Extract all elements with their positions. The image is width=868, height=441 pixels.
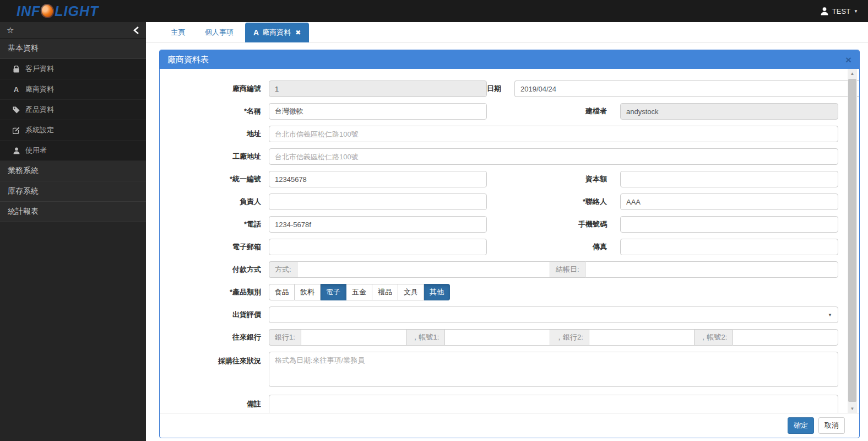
tag-icon [12,106,20,114]
factory-address-label: 工廠地址 [167,152,269,162]
sidebar-header: ☆ [0,22,146,39]
name-label: *名稱 [167,106,269,116]
sidebar-submenu: 客戶資料 A 廠商資料 產品資料 系統設定 使用者 [0,59,146,161]
chevron-down-icon: ▼ [828,313,832,318]
vendor-id-label: 廠商編號 [167,84,269,94]
tab-vendor-active[interactable]: A 廠商資料 ✖ [245,23,309,42]
creator-label: 建檔者 [585,106,620,116]
sidebar-collapse-icon[interactable] [133,26,139,34]
tab-label: 個人事項 [205,28,234,37]
mobile-field[interactable] [620,216,838,233]
scrollbar-thumb[interactable] [848,79,856,402]
sidebar-item-customer[interactable]: 客戶資料 [0,59,146,79]
bank1-field[interactable] [301,329,406,346]
fax-label: 傳真 [593,242,620,252]
tax-id-label: *統一編號 [167,174,269,184]
scroll-down-icon[interactable]: ▼ [848,404,857,413]
tab-label: 廠商資料 [262,28,291,37]
sidebar-item-label: 使用者 [25,146,47,155]
account2-field[interactable] [733,329,838,346]
rating-select[interactable]: ▼ [269,306,838,323]
account1-field[interactable] [444,329,550,346]
close-icon[interactable]: × [845,55,851,65]
panel-title: 廠商資料表 [167,55,209,65]
bank2-addon: ，銀行2: [550,329,589,346]
favorites-star-icon[interactable]: ☆ [7,25,14,35]
user-menu[interactable]: TEST ▼ [820,7,858,15]
sidebar-section-reports[interactable]: 統計報表 [0,202,146,222]
fax-field[interactable] [620,239,838,255]
sidebar-section-sales[interactable]: 業務系統 [0,161,146,181]
bank2-field[interactable] [589,329,695,346]
bank1-addon: 銀行1: [269,329,301,346]
closing-day-field[interactable] [585,261,838,278]
banks-label: 往來銀行 [167,332,269,342]
panel-body: 廠商編號 日期 [160,69,859,413]
category-electronics-button[interactable]: 電子 [321,284,346,300]
payment-method-addon: 方式: [269,261,297,278]
factory-address-field[interactable] [269,148,838,165]
phone-label: *電話 [167,219,269,229]
category-stationery-button[interactable]: 文具 [398,284,424,300]
panel-header: 廠商資料表 × [160,50,859,69]
sidebar-item-label: 系統設定 [25,125,54,135]
panel-scrollbar[interactable]: ▲ ▼ [848,69,857,413]
user-icon [820,7,829,15]
date-label: 日期 [487,84,514,94]
sidebar-section-label: 庫存系統 [8,186,39,195]
address-label: 地址 [167,129,269,139]
font-a-icon: A [12,85,20,94]
category-food-button[interactable]: 食品 [269,284,295,300]
purchase-status-field[interactable] [269,352,838,387]
tab-label: 主頁 [171,28,185,37]
sidebar: ☆ 基本資料 客戶資料 A 廠商資料 產品資料 系統設定 [0,22,146,441]
sidebar-item-vendor[interactable]: A 廠商資料 [0,79,146,100]
email-label: 電子郵箱 [167,242,269,252]
sidebar-section-label: 業務系統 [8,166,39,175]
payment-method-field[interactable] [297,261,550,278]
main-content: 主頁 個人事項 A 廠商資料 ✖ 廠商資料表 × 廠商編號 日期 [146,22,868,441]
date-field[interactable] [514,80,859,97]
phone-field[interactable] [269,216,487,233]
lock-icon [12,66,20,73]
sidebar-item-settings[interactable]: 系統設定 [0,120,146,141]
purchase-status-label: 採購往來狀況 [167,352,269,366]
creator-field [620,103,838,120]
rating-label: 出貨評價 [167,310,269,320]
username: TEST [832,7,850,15]
category-other-button[interactable]: 其他 [424,284,450,300]
close-icon[interactable]: ✖ [295,29,301,36]
tax-id-field[interactable] [269,171,487,187]
contact-field[interactable] [620,193,838,210]
category-gift-button[interactable]: 禮品 [372,284,398,300]
sidebar-item-label: 廠商資料 [25,84,54,94]
logo-o-icon [39,2,56,20]
address-field[interactable] [269,126,838,142]
tab-home[interactable]: 主頁 [162,23,193,42]
sidebar-section-basic[interactable]: 基本資料 [0,39,146,59]
infolight-logo: INFLIGHT [17,3,99,19]
logo-text-right: LIGHT [55,3,99,19]
tab-bar: 主頁 個人事項 A 廠商資料 ✖ [146,22,868,42]
contact-label: *聯絡人 [583,197,620,207]
name-field[interactable] [269,103,487,120]
category-hardware-button[interactable]: 五金 [346,284,372,300]
confirm-button[interactable]: 確定 [788,417,814,434]
sidebar-section-inventory[interactable]: 庫存系統 [0,181,146,202]
logo-text-left: INF [17,3,40,19]
category-label: *產品類別 [167,287,269,297]
email-field[interactable] [269,239,487,255]
scroll-up-icon[interactable]: ▲ [848,69,857,78]
user-icon [12,147,20,154]
remark-field[interactable] [269,395,838,413]
tab-personal[interactable]: 個人事項 [197,23,242,42]
cancel-button[interactable]: 取消 [818,417,845,434]
sidebar-item-product[interactable]: 產品資料 [0,100,146,120]
capital-field[interactable] [620,171,838,187]
category-drink-button[interactable]: 飲料 [295,284,321,300]
account1-addon: ，帳號1: [406,329,445,346]
vendor-form-panel: 廠商資料表 × 廠商編號 日期 [159,50,860,438]
owner-field[interactable] [269,193,487,210]
sidebar-item-user[interactable]: 使用者 [0,141,146,161]
sidebar-section-label: 基本資料 [8,44,39,52]
